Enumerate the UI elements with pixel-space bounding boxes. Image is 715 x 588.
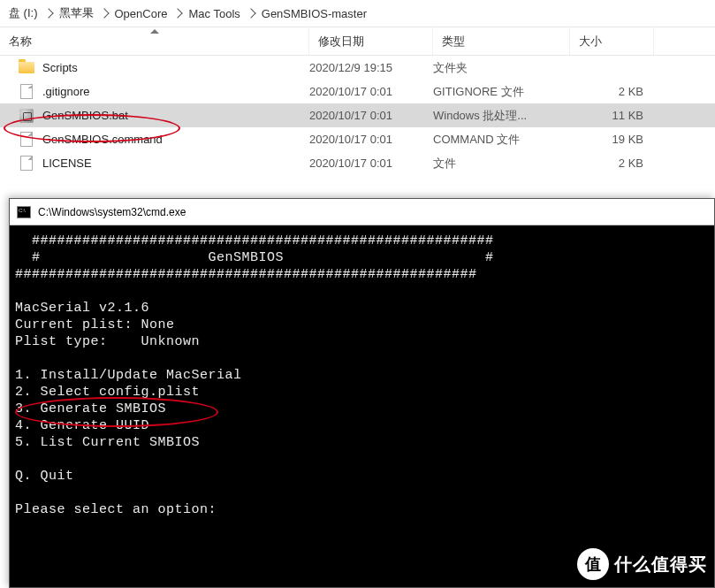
- breadcrumb-part[interactable]: Mac Tools: [186, 7, 241, 20]
- chevron-right-icon: [173, 8, 183, 18]
- cmd-output[interactable]: ########################################…: [10, 225, 714, 525]
- breadcrumb-part[interactable]: 盘 (I:): [7, 5, 40, 21]
- file-date: 2020/10/17 0:01: [309, 109, 433, 122]
- file-name: GenSMBIOS.command: [42, 133, 163, 146]
- file-name: .gitignore: [42, 85, 89, 98]
- file-row[interactable]: LICENSE2020/10/17 0:01文件2 KB: [0, 151, 715, 175]
- file-size: 19 KB: [570, 133, 654, 146]
- file-icon: [18, 156, 35, 172]
- watermark-text: 什么值得买: [614, 553, 707, 577]
- file-name: GenSMBIOS.bat: [42, 109, 128, 122]
- watermark: 值 什么值得买: [577, 548, 707, 580]
- file-size: 2 KB: [570, 157, 654, 170]
- chevron-right-icon: [246, 8, 255, 18]
- file-icon: [18, 84, 35, 100]
- file-date: 2020/12/9 19:15: [309, 61, 433, 74]
- file-type: Windows 批处理...: [433, 108, 570, 124]
- file-type: 文件: [433, 156, 570, 172]
- file-name: Scripts: [42, 61, 78, 74]
- column-header-size[interactable]: 大小: [570, 27, 654, 55]
- breadcrumb-part[interactable]: GenSMBIOS-master: [260, 7, 369, 20]
- column-label: 修改日期: [318, 34, 364, 50]
- file-row[interactable]: GenSMBIOS.bat2020/10/17 0:01Windows 批处理.…: [0, 103, 715, 127]
- file-row[interactable]: Scripts2020/12/9 19:15文件夹: [0, 56, 715, 80]
- column-header-type[interactable]: 类型: [433, 27, 570, 55]
- file-type: 文件夹: [433, 60, 570, 76]
- file-type: COMMAND 文件: [433, 132, 570, 148]
- file-size: 2 KB: [570, 85, 654, 98]
- cmd-title-text: C:\Windows\system32\cmd.exe: [38, 206, 186, 218]
- column-label: 类型: [442, 34, 465, 50]
- cmd-icon: [17, 206, 31, 218]
- file-date: 2020/10/17 0:01: [309, 157, 433, 170]
- file-date: 2020/10/17 0:01: [309, 85, 433, 98]
- bat-icon: [18, 108, 35, 124]
- column-headers: 名称 修改日期 类型 大小: [0, 27, 715, 56]
- file-row[interactable]: GenSMBIOS.command2020/10/17 0:01COMMAND …: [0, 127, 715, 151]
- file-type: GITIGNORE 文件: [433, 84, 570, 100]
- sort-ascending-icon: [150, 29, 159, 34]
- folder-icon: [18, 60, 35, 76]
- column-header-date[interactable]: 修改日期: [309, 27, 433, 55]
- cmd-titlebar[interactable]: C:\Windows\system32\cmd.exe: [10, 199, 714, 225]
- file-date: 2020/10/17 0:01: [309, 133, 433, 146]
- breadcrumb-part[interactable]: 黑苹果: [57, 5, 95, 21]
- watermark-badge: 值: [577, 548, 609, 580]
- chevron-right-icon: [43, 8, 53, 18]
- file-row[interactable]: .gitignore2020/10/17 0:01GITIGNORE 文件2 K…: [0, 80, 715, 103]
- file-icon: [18, 132, 35, 148]
- file-name: LICENSE: [42, 157, 92, 170]
- file-list: Scripts2020/12/9 19:15文件夹.gitignore2020/…: [0, 56, 715, 175]
- column-label: 大小: [579, 34, 602, 50]
- file-size: 11 KB: [570, 109, 654, 122]
- column-header-name[interactable]: 名称: [0, 27, 309, 55]
- cmd-window: C:\Windows\system32\cmd.exe ############…: [9, 198, 715, 588]
- breadcrumb-part[interactable]: OpenCore: [113, 7, 170, 20]
- breadcrumb[interactable]: 盘 (I:) 黑苹果 OpenCore Mac Tools GenSMBIOS-…: [0, 0, 715, 27]
- chevron-right-icon: [99, 8, 109, 18]
- column-label: 名称: [9, 34, 32, 50]
